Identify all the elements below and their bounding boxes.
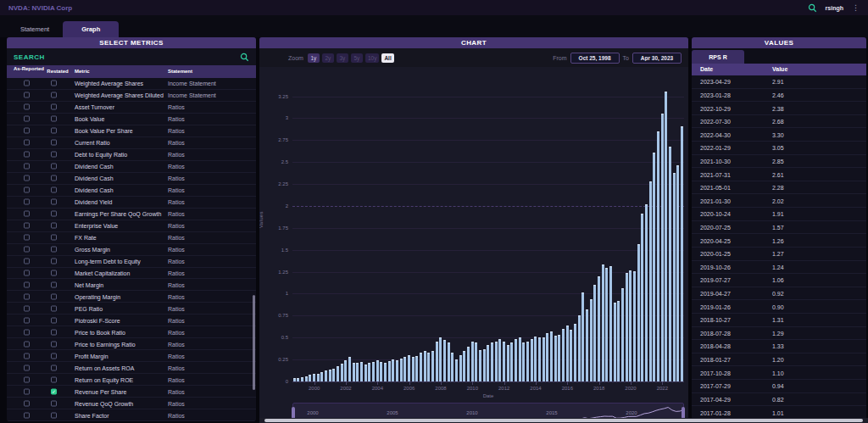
bar-2011-01[interactable]	[487, 345, 489, 382]
as-reported-checkbox[interactable]	[24, 305, 30, 311]
as-reported-checkbox[interactable]	[24, 211, 30, 217]
bar-2006-10[interactable]	[420, 353, 422, 381]
bar-2022-01[interactable]	[661, 114, 664, 381]
bar-2001-07[interactable]	[337, 366, 339, 381]
kebab-menu-icon[interactable]: ⋮	[852, 4, 860, 12]
metrics-scrollbar[interactable]	[253, 295, 255, 390]
bar-2016-01[interactable]	[566, 326, 569, 381]
as-reported-checkbox[interactable]	[24, 259, 30, 264]
bar-2014-01[interactable]	[534, 337, 537, 381]
bar-2010-04[interactable]	[475, 342, 477, 381]
value-row[interactable]: 2017-10-281.10	[692, 366, 866, 380]
restated-checkbox[interactable]	[51, 365, 57, 370]
tab-rps-r[interactable]: RPS R	[692, 50, 744, 64]
restated-checkbox[interactable]	[51, 341, 57, 347]
as-reported-checkbox[interactable]	[24, 293, 30, 299]
tab-graph[interactable]: Graph	[63, 21, 119, 37]
bar-2008-04[interactable]	[443, 340, 446, 381]
bar-2007-07[interactable]	[431, 351, 434, 381]
bar-2010-07[interactable]	[479, 350, 481, 381]
bar-2002-04[interactable]	[348, 357, 351, 381]
restated-checkbox[interactable]	[51, 104, 57, 110]
bar-2018-01[interactable]	[598, 276, 600, 381]
value-row[interactable]: 2023-04-292.91	[692, 75, 866, 89]
as-reported-checkbox[interactable]	[24, 317, 30, 323]
bar-2021-05[interactable]	[649, 181, 652, 381]
restated-checkbox[interactable]	[51, 270, 57, 276]
bar-2018-07[interactable]	[605, 268, 608, 381]
as-reported-checkbox[interactable]	[24, 152, 30, 158]
restated-checkbox[interactable]	[51, 317, 57, 323]
bar-2022-04[interactable]	[665, 92, 667, 381]
value-row[interactable]: 2021-07-312.61	[692, 168, 866, 181]
value-row[interactable]: 2022-01-293.05	[692, 142, 866, 155]
restated-checkbox[interactable]	[51, 293, 57, 299]
value-row[interactable]: 2021-10-302.85	[692, 155, 866, 169]
bar-2005-10[interactable]	[403, 357, 406, 381]
restated-checkbox[interactable]	[51, 81, 57, 86]
bar-2014-07[interactable]	[542, 337, 545, 381]
value-row[interactable]: 2018-10-271.31	[692, 314, 866, 327]
as-reported-checkbox[interactable]	[24, 388, 30, 394]
metrics-search-input[interactable]	[14, 53, 240, 61]
bar-2015-01[interactable]	[550, 331, 553, 381]
value-row[interactable]: 2018-04-281.33	[692, 340, 866, 353]
to-date-input[interactable]	[632, 53, 682, 64]
as-reported-checkbox[interactable]	[24, 81, 30, 86]
bar-2006-07[interactable]	[415, 356, 418, 381]
horizontal-scrollbar-thumb[interactable]	[264, 419, 863, 422]
value-row[interactable]: 2022-07-302.68	[692, 115, 866, 129]
restated-checkbox[interactable]	[51, 175, 57, 181]
bar-2009-04[interactable]	[459, 355, 462, 381]
bar-2005-07[interactable]	[400, 359, 403, 381]
bar-2012-10[interactable]	[515, 339, 517, 381]
bar-2016-04[interactable]	[570, 330, 572, 381]
bar-2011-04[interactable]	[491, 342, 493, 381]
as-reported-checkbox[interactable]	[24, 281, 30, 287]
bar-2018-04[interactable]	[602, 264, 604, 381]
username[interactable]: rsingh	[826, 5, 843, 11]
value-row[interactable]: 2022-10-292.38	[692, 102, 866, 115]
bar-2004-01[interactable]	[376, 360, 379, 381]
as-reported-checkbox[interactable]	[24, 270, 30, 276]
bar-2003-01[interactable]	[360, 362, 363, 381]
zoom-button-10y[interactable]: 10y	[365, 53, 379, 63]
bar-2019-04[interactable]	[617, 301, 620, 381]
bar-2005-01[interactable]	[392, 359, 394, 381]
bar-2006-04[interactable]	[412, 357, 415, 381]
value-row[interactable]: 2021-01-302.02	[692, 194, 866, 208]
restated-checkbox[interactable]	[51, 412, 57, 418]
bar-2007-10[interactable]	[436, 342, 438, 381]
bar-2012-07[interactable]	[510, 342, 513, 381]
as-reported-checkbox[interactable]	[24, 116, 30, 122]
as-reported-checkbox[interactable]	[24, 140, 30, 146]
restated-checkbox[interactable]	[51, 140, 57, 146]
bar-2011-07[interactable]	[495, 342, 498, 381]
restated-checkbox[interactable]	[51, 400, 57, 406]
tab-statement[interactable]: Statement	[7, 21, 63, 37]
bar-2003-07[interactable]	[368, 363, 370, 381]
bar-2013-04[interactable]	[522, 342, 525, 381]
as-reported-checkbox[interactable]	[24, 412, 30, 418]
bar-2017-01[interactable]	[581, 292, 584, 381]
value-row[interactable]: 2019-01-260.90	[692, 300, 866, 314]
bar-2021-01[interactable]	[645, 204, 648, 381]
value-row[interactable]: 2019-07-271.06	[692, 274, 866, 287]
bar-2002-01[interactable]	[344, 360, 347, 381]
zoom-button-5y[interactable]: 5y	[351, 53, 363, 63]
bar-2005-04[interactable]	[396, 360, 398, 381]
bar-2001-10[interactable]	[341, 364, 343, 381]
restated-checkbox[interactable]	[51, 164, 57, 170]
bar-2022-10[interactable]	[673, 173, 676, 381]
as-reported-checkbox[interactable]	[24, 329, 30, 335]
bar-2013-10[interactable]	[531, 339, 533, 381]
as-reported-checkbox[interactable]	[24, 353, 30, 359]
bar-2014-04[interactable]	[538, 337, 541, 381]
bar-2011-10[interactable]	[498, 339, 501, 381]
bar-2017-07[interactable]	[590, 299, 593, 381]
as-reported-checkbox[interactable]	[24, 341, 30, 347]
bar-2023-04[interactable]	[681, 126, 683, 381]
value-row[interactable]: 2020-04-251.26	[692, 234, 866, 248]
bar-2000-04[interactable]	[317, 374, 320, 381]
restated-checkbox[interactable]	[51, 329, 57, 335]
